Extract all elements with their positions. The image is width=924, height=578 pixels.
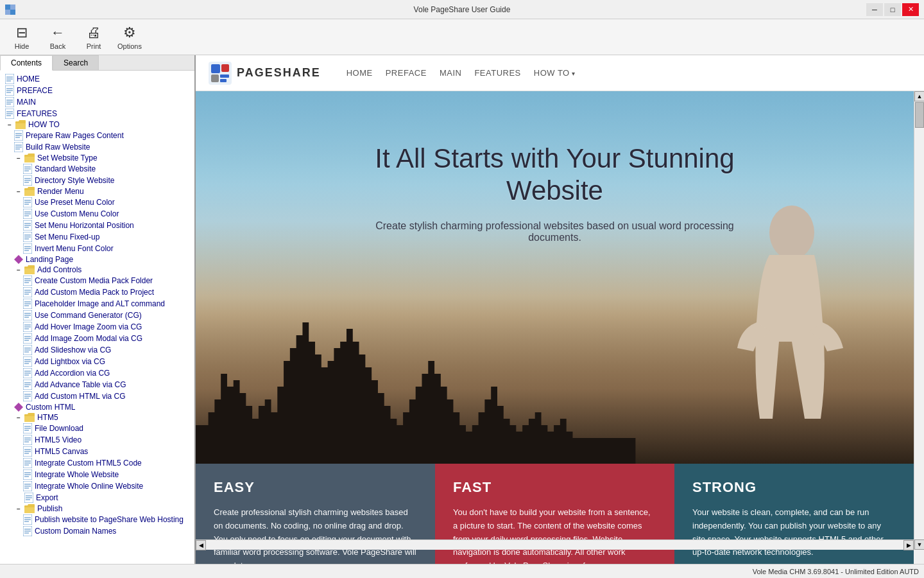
tree-item-howto[interactable]: − HOW TO [0, 119, 194, 130]
tree-item-addcontrols[interactable]: − Add Controls [0, 265, 194, 275]
tree-label: Set Menu Horizontal Position [35, 221, 134, 230]
page-icon [23, 345, 32, 355]
tree-item-directory[interactable]: Directory Style Website [0, 175, 194, 186]
scroll-up-button[interactable]: ▲ [914, 91, 924, 101]
options-button[interactable]: ⚙ Options [113, 22, 146, 53]
site-header: PAGESHARE HOME PREFACE MAIN FEATURES HOW… [196, 55, 924, 91]
tree-item-menufixed[interactable]: Set Menu Fixed-up [0, 231, 194, 243]
nav-howto[interactable]: HOW TO [534, 66, 576, 80]
tree-item-home[interactable]: HOME [0, 73, 194, 85]
right-scrollbar[interactable]: ▲ ▼ [914, 91, 924, 550]
tab-contents[interactable]: Contents [0, 55, 53, 71]
expand-icon-setwebtype: − [14, 155, 23, 162]
page-icon [23, 435, 32, 445]
tree-item-customhtml[interactable]: Custom HTML [0, 402, 194, 412]
tree-label: Landing Page [26, 255, 73, 264]
tree-item-hoverimage[interactable]: Add Hover Image Zoom via CG [0, 321, 194, 333]
back-button[interactable]: ← Back [41, 22, 74, 53]
tree-item-imagezoom[interactable]: Add Image Zoom Modal via CG [0, 333, 194, 344]
tree-item-integrateonline[interactable]: Integrate Whole Online Website [0, 480, 194, 492]
tree-item-addmedia[interactable]: Add Custom Media Pack to Project [0, 286, 194, 298]
tree-item-preface[interactable]: PREFACE [0, 85, 194, 96]
tree-label: Integrate Custom HTML5 Code [35, 459, 142, 468]
page-icon [14, 130, 23, 141]
page-icon [23, 368, 32, 378]
scroll-thumb[interactable] [915, 102, 924, 128]
close-button[interactable]: ✕ [902, 3, 919, 16]
tree-item-presetcolor[interactable]: Use Preset Menu Color [0, 197, 194, 208]
tree-item-features[interactable]: FEATURES [0, 108, 194, 119]
nav-features[interactable]: FEATURES [474, 66, 520, 80]
tree-item-advtable[interactable]: Add Advance Table via CG [0, 379, 194, 390]
tree-item-main[interactable]: MAIN [0, 96, 194, 108]
tree-item-publish[interactable]: − Publish [0, 504, 194, 514]
svg-rect-3 [5, 10, 10, 15]
tree-container[interactable]: HOME PREFACE MAIN FEATURES − HOW TO [0, 71, 194, 564]
nav-preface[interactable]: PREFACE [386, 66, 427, 80]
back-label: Back [50, 42, 65, 50]
tree-item-setwebtype[interactable]: − Set Website Type [0, 153, 194, 163]
scroll-right-button[interactable]: ▶ [903, 540, 914, 550]
tab-search[interactable]: Search [53, 55, 99, 70]
scroll-down-button[interactable]: ▼ [914, 539, 924, 550]
tree-item-customdomain[interactable]: Custom Domain Names [0, 525, 194, 537]
nav-home[interactable]: HOME [346, 66, 373, 80]
page-icon [23, 322, 32, 332]
page-icon [23, 356, 32, 367]
tree-item-export[interactable]: Export [0, 492, 194, 504]
tree-item-slideshow[interactable]: Add Slideshow via CG [0, 344, 194, 356]
content-inner[interactable]: It All Starts with Your Stunning Website… [196, 91, 924, 564]
tree-item-customhtml-cg[interactable]: Add Custom HTML via CG [0, 390, 194, 402]
print-button[interactable]: 🖨 Print [77, 22, 110, 53]
tree-item-filedownload[interactable]: File Download [0, 423, 194, 434]
tree-item-lightbox[interactable]: Add Lightbox via CG [0, 356, 194, 367]
content-scroll[interactable]: It All Starts with Your Stunning Website… [196, 91, 924, 564]
diamond-icon [14, 403, 23, 412]
diamond-icon [14, 255, 23, 264]
tree-item-landingpage[interactable]: Landing Page [0, 254, 194, 265]
site-nav: HOME PREFACE MAIN FEATURES HOW TO [346, 66, 576, 80]
page-icon [23, 391, 32, 401]
tree-item-placeholder[interactable]: Placeholder Image and ALT command [0, 298, 194, 310]
scroll-left-button[interactable]: ◀ [196, 540, 206, 550]
tree-item-html5canvas[interactable]: HTML5 Canvas [0, 446, 194, 457]
nav-main[interactable]: MAIN [440, 66, 462, 80]
tree-item-integratewhole[interactable]: Integrate Whole Website [0, 469, 194, 480]
tree-item-publishweb[interactable]: Publish website to PageShare Web Hosting [0, 514, 194, 525]
folder-open-icon [24, 413, 35, 422]
minimize-button[interactable]: ─ [866, 3, 883, 16]
tree-label: PREFACE [17, 86, 53, 95]
hide-button[interactable]: ⊟ Hide [5, 22, 38, 53]
options-label: Options [117, 42, 142, 50]
tree-item-createmedia[interactable]: Create Custom Media Pack Folder [0, 275, 194, 286]
maximize-button[interactable]: □ [884, 3, 901, 16]
page-icon [23, 287, 32, 297]
page-icon [23, 380, 32, 390]
tree-item-html5video[interactable]: HTML5 Video [0, 434, 194, 446]
tree-item-rendermenu[interactable]: − Render Menu [0, 186, 194, 197]
page-icon [23, 514, 32, 525]
tree-item-prepare[interactable]: Prepare Raw Pages Content [0, 130, 194, 141]
tree-label: Add Accordion via CG [35, 369, 110, 378]
tree-item-menuhoriz[interactable]: Set Menu Horizontal Position [0, 220, 194, 231]
tree-item-accordion[interactable]: Add Accordion via CG [0, 367, 194, 379]
tree-item-html5[interactable]: − HTM5 [0, 412, 194, 423]
feature-text-strong: Your website is clean, complete, and can… [692, 506, 896, 559]
tree-item-invertmenu[interactable]: Invert Menu Font Color [0, 243, 194, 254]
tree-item-commandgen[interactable]: Use Command Generator (CG) [0, 310, 194, 321]
tree-item-standard[interactable]: Standard Website [0, 163, 194, 175]
tree-item-build[interactable]: Build Raw Website [0, 141, 194, 153]
page-icon [23, 469, 32, 480]
tree-label: Add Custom HTML via CG [35, 392, 126, 401]
page-icon [23, 197, 32, 207]
tree-item-custommenu[interactable]: Use Custom Menu Color [0, 208, 194, 220]
tree-label: HTM5 [37, 413, 58, 422]
folder-open-icon [24, 265, 35, 274]
bottom-scrollbar[interactable]: ◀ ▶ [196, 539, 914, 550]
tree-item-integratecustom[interactable]: Integrate Custom HTML5 Code [0, 457, 194, 469]
tree-label: Publish [37, 504, 62, 513]
title-bar: Vole PageShare User Guide ─ □ ✕ [0, 0, 924, 19]
page-icon [23, 526, 32, 536]
page-icon [5, 109, 14, 119]
tree-label: Render Menu [37, 187, 84, 196]
